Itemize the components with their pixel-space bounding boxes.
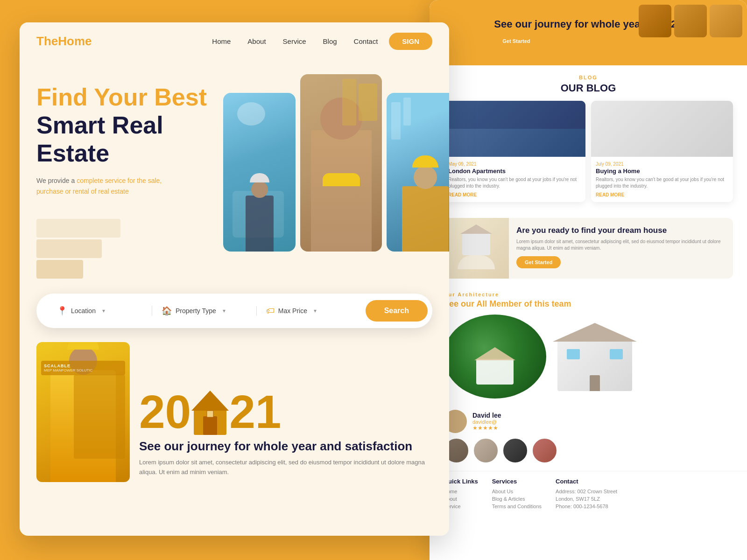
journey-banner: See our journey for whole year of 2021 G… bbox=[430, 0, 747, 65]
svg-rect-2 bbox=[203, 416, 217, 435]
hero-image-3 bbox=[387, 93, 449, 252]
banner-thumb-3 bbox=[710, 5, 742, 37]
hero-title-line3: Estate bbox=[36, 140, 109, 167]
logo-home: Home bbox=[58, 34, 92, 48]
hero-title-line2: Smart Real bbox=[36, 112, 163, 139]
arch-title-part1: See our All Member of bbox=[444, 299, 532, 308]
hero-section: Find Your Best Smart Real Estate We prov… bbox=[20, 60, 449, 284]
blog-card-2-content: July 09, 2021 Buying a Home Realtors, yo… bbox=[591, 157, 733, 202]
property-type-field[interactable]: 🏠 Property Type ▾ bbox=[152, 306, 256, 316]
arch-title: See our All Member of this team bbox=[444, 299, 733, 309]
nav-home[interactable]: Home bbox=[212, 37, 231, 45]
location-icon: 📍 bbox=[57, 306, 67, 316]
banner-thumb-2 bbox=[674, 5, 707, 37]
banner-thumb-1 bbox=[639, 5, 671, 37]
logo-the: The bbox=[36, 34, 58, 48]
dream-image bbox=[444, 218, 509, 279]
hero-title: Find Your Best Smart Real Estate bbox=[36, 84, 214, 167]
max-price-label: Max Price bbox=[278, 307, 307, 315]
navigation: TheHome Home About Service Blog Contact … bbox=[20, 22, 449, 60]
footer-link-aboutus[interactable]: About Us bbox=[492, 489, 542, 494]
footer-services-title: Services bbox=[492, 478, 542, 485]
nav-blog[interactable]: Blog bbox=[323, 37, 337, 45]
team-section: David lee davidlee@ ★★★★★ bbox=[430, 405, 747, 468]
max-price-chevron: ▾ bbox=[314, 308, 317, 314]
blog-card-1-content: May 09, 2021 London Apartments Realtors,… bbox=[444, 157, 585, 202]
blog-card-2-date: July 09, 2021 bbox=[596, 161, 728, 167]
arch-circle-image bbox=[444, 315, 546, 399]
footer-address: Address: 002 Crown Street bbox=[556, 489, 617, 494]
search-button[interactable]: Search bbox=[366, 300, 428, 322]
year-display: 20 21 bbox=[139, 388, 432, 435]
member-info: David lee davidlee@ ★★★★★ bbox=[472, 412, 501, 431]
banner-thumbnails bbox=[634, 0, 747, 42]
nav-about[interactable]: About bbox=[247, 37, 266, 45]
property-type-icon: 🏠 bbox=[162, 306, 172, 316]
footer-phone: Phone: 000-1234-5678 bbox=[556, 504, 617, 509]
hero-images bbox=[223, 70, 449, 284]
get-started-button[interactable]: Get Started bbox=[516, 256, 561, 268]
main-website-card: TheHome Home About Service Blog Contact … bbox=[20, 22, 449, 536]
footer-city: London, SW17 5LZ bbox=[556, 496, 617, 502]
blog-label: BLOG bbox=[444, 75, 733, 80]
right-panel: See our journey for whole year of 2021 G… bbox=[430, 0, 747, 560]
search-bar: 📍 Location ▾ 🏠 Property Type ▾ 🏷 Max Pri… bbox=[36, 294, 432, 328]
team-member-3 bbox=[502, 438, 528, 463]
journey-title: See our journey for whole year and satis… bbox=[139, 439, 432, 455]
blog-section: BLOG OUR BLOG May 09, 2021 London Apartm… bbox=[430, 65, 747, 211]
featured-member: David lee davidlee@ ★★★★★ bbox=[444, 410, 733, 433]
blog-card-2-title: Buying a Home bbox=[596, 168, 728, 175]
location-field[interactable]: 📍 Location ▾ bbox=[48, 306, 152, 316]
dream-text: Lorem ipsum dolor sit amet, consectetur … bbox=[516, 238, 726, 252]
blog-card-1: May 09, 2021 London Apartments Realtors,… bbox=[444, 101, 585, 202]
hero-image-1 bbox=[223, 93, 296, 252]
worker-image-left: SCALABLE MEP MANPOWER SOLUTIC bbox=[36, 342, 130, 482]
architecture-section: Our Architecture See our All Member of t… bbox=[430, 285, 747, 405]
property-type-label: Property Type bbox=[176, 307, 216, 315]
blog-card-2-readmore[interactable]: READ MORE bbox=[596, 192, 728, 197]
hero-image-2 bbox=[300, 74, 382, 252]
dream-content: Are you ready to find your dream house L… bbox=[509, 218, 733, 279]
arch-content bbox=[444, 315, 733, 399]
blog-card-2: July 09, 2021 Buying a Home Realtors, yo… bbox=[591, 101, 733, 202]
year-20: 20 bbox=[139, 388, 191, 435]
hero-subtitle: We provide a complete service for the sa… bbox=[36, 175, 176, 196]
sign-button[interactable]: SIGN bbox=[389, 33, 432, 50]
footer: Quick Links Home About Service Services … bbox=[430, 471, 747, 518]
house-icon bbox=[189, 388, 231, 435]
team-member-4 bbox=[532, 438, 557, 463]
blog-card-2-text: Realtors, you know you can't be good at … bbox=[596, 176, 728, 189]
property-type-chevron: ▾ bbox=[223, 308, 226, 314]
year-21: 21 bbox=[229, 388, 281, 435]
blog-card-1-date: May 09, 2021 bbox=[448, 161, 581, 167]
max-price-icon: 🏷 bbox=[266, 306, 275, 316]
nav-links: Home About Service Blog Contact bbox=[212, 37, 378, 46]
footer-contact: Contact Address: 002 Crown Street London… bbox=[556, 478, 617, 511]
max-price-field[interactable]: 🏷 Max Price ▾ bbox=[256, 306, 361, 316]
footer-link-blog[interactable]: Blog & Articles bbox=[492, 496, 542, 502]
site-logo: TheHome bbox=[36, 34, 92, 49]
nav-contact[interactable]: Contact bbox=[354, 37, 378, 45]
bottom-section: SCALABLE MEP MANPOWER SOLUTIC 20 21 See … bbox=[20, 342, 449, 482]
blog-card-1-image bbox=[444, 101, 585, 157]
get-started-banner-button[interactable]: Get Started bbox=[494, 35, 538, 47]
journey-subtitle: Lorem ipsum dolor sit amet, consectetur … bbox=[139, 458, 432, 477]
nav-service[interactable]: Service bbox=[283, 37, 306, 45]
dream-section: Are you ready to find your dream house L… bbox=[444, 218, 733, 279]
team-member-2 bbox=[473, 438, 499, 463]
blog-card-2-image bbox=[591, 101, 733, 157]
footer-link-terms[interactable]: Terms and Conditions bbox=[492, 504, 542, 509]
journey-content: 20 21 See our journey for whole year and… bbox=[139, 388, 432, 482]
svg-rect-3 bbox=[207, 411, 213, 417]
member-handle: davidlee@ bbox=[472, 419, 501, 425]
bg-left-bar bbox=[0, 0, 20, 560]
arch-label: Our Architecture bbox=[444, 292, 733, 297]
blog-card-1-title: London Apartments bbox=[448, 168, 581, 175]
member-name: David lee bbox=[472, 412, 501, 419]
blog-card-1-readmore[interactable]: READ MORE bbox=[448, 192, 581, 197]
hero-title-line1: Find Your Best bbox=[36, 84, 207, 111]
footer-contact-title: Contact bbox=[556, 478, 617, 485]
location-label: Location bbox=[71, 307, 96, 315]
team-avatars bbox=[444, 438, 733, 463]
dream-title: Are you ready to find your dream house bbox=[516, 225, 726, 236]
